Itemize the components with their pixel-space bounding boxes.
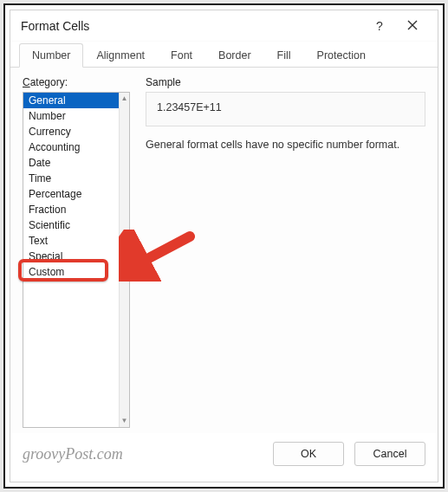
cancel-button[interactable]: Cancel bbox=[354, 442, 425, 466]
sample-value: 1.23457E+11 bbox=[157, 101, 222, 113]
category-item-fraction[interactable]: Fraction bbox=[23, 202, 119, 217]
close-icon[interactable] bbox=[396, 19, 429, 33]
category-item-custom[interactable]: Custom bbox=[23, 264, 119, 280]
sample-box: 1.23457E+11 bbox=[146, 92, 425, 126]
category-item-accounting[interactable]: Accounting bbox=[23, 139, 119, 155]
tab-alignment[interactable]: Alignment bbox=[83, 43, 158, 68]
scroll-up-icon[interactable]: ▲ bbox=[120, 93, 129, 105]
tab-font[interactable]: Font bbox=[158, 43, 205, 68]
category-item-number[interactable]: Number bbox=[23, 108, 119, 124]
category-listbox[interactable]: GeneralNumberCurrencyAccountingDateTimeP… bbox=[23, 92, 130, 428]
category-item-currency[interactable]: Currency bbox=[23, 124, 119, 139]
dialog-title: Format Cells bbox=[21, 19, 363, 33]
format-description: General format cells have no specific nu… bbox=[146, 139, 425, 151]
scroll-down-icon[interactable]: ▼ bbox=[120, 415, 129, 427]
category-label: Category: bbox=[23, 76, 130, 88]
watermark: groovyPost.com bbox=[23, 445, 263, 463]
category-item-scientific[interactable]: Scientific bbox=[23, 217, 119, 233]
sample-label: Sample bbox=[146, 76, 425, 88]
category-item-date[interactable]: Date bbox=[23, 155, 119, 171]
scrollbar[interactable]: ▲ ▼ bbox=[119, 93, 129, 427]
tab-fill[interactable]: Fill bbox=[264, 43, 304, 68]
tab-protection[interactable]: Protection bbox=[304, 43, 379, 68]
category-item-special[interactable]: Special bbox=[23, 249, 119, 264]
ok-button[interactable]: OK bbox=[273, 442, 344, 466]
tab-border[interactable]: Border bbox=[205, 43, 264, 68]
help-icon[interactable]: ? bbox=[363, 19, 396, 33]
titlebar: Format Cells ? bbox=[10, 10, 438, 42]
category-item-percentage[interactable]: Percentage bbox=[23, 186, 119, 202]
category-item-text[interactable]: Text bbox=[23, 233, 119, 249]
tab-strip: NumberAlignmentFontBorderFillProtection bbox=[10, 42, 438, 68]
tab-number[interactable]: Number bbox=[19, 43, 83, 68]
category-item-time[interactable]: Time bbox=[23, 171, 119, 186]
category-item-general[interactable]: General bbox=[23, 93, 119, 108]
